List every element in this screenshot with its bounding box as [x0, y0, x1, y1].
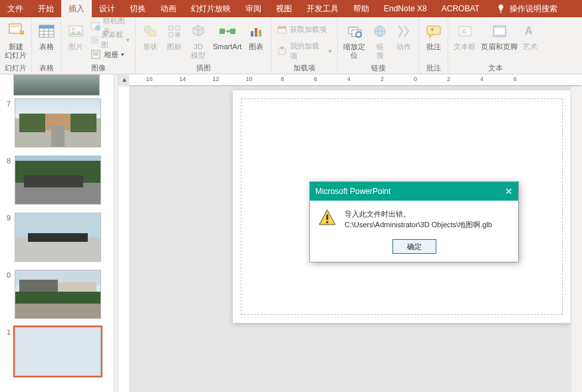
- svg-point-18: [176, 33, 179, 36]
- store-icon: [277, 24, 287, 35]
- tab-devtools[interactable]: 开发工具: [299, 0, 346, 17]
- table-icon: [38, 23, 55, 40]
- thumbnail-9[interactable]: 9: [0, 210, 114, 267]
- slide-thumbnails[interactable]: 7 8 9 0 1: [0, 74, 114, 392]
- table-button[interactable]: 表格: [35, 19, 59, 62]
- svg-text:10: 10: [245, 76, 252, 82]
- svg-rect-3: [39, 25, 54, 29]
- my-addins-button[interactable]: 我的加载项 ▾: [275, 45, 333, 58]
- tab-design[interactable]: 设计: [92, 0, 122, 17]
- svg-rect-51: [327, 215, 329, 220]
- svg-text:A: A: [525, 25, 533, 37]
- group-images: 图片 联机图片 屏幕截图▾ 相册▾ 图像: [61, 17, 136, 74]
- tab-transitions[interactable]: 切换: [122, 0, 153, 17]
- new-slide-button[interactable]: 新建 幻灯片: [2, 19, 29, 62]
- get-addins-button[interactable]: 获取加载项: [275, 23, 333, 36]
- comment-button[interactable]: +批注: [422, 19, 446, 62]
- 3d-models-button[interactable]: 3D 模型: [186, 19, 210, 62]
- thumbnail-10[interactable]: 0: [0, 267, 114, 324]
- wordart-button[interactable]: A艺术: [520, 19, 540, 62]
- online-pic-icon: [90, 21, 100, 31]
- svg-rect-20: [230, 29, 235, 34]
- svg-rect-35: [494, 26, 506, 28]
- svg-text:12: 12: [212, 76, 219, 82]
- thumbnail-11[interactable]: 1: [0, 324, 114, 381]
- zoom-icon: [347, 23, 363, 39]
- svg-rect-52: [327, 221, 329, 223]
- 3d-model-icon: [190, 23, 206, 39]
- group-tables-label: 表格: [39, 62, 54, 74]
- textbox-icon: A: [457, 23, 473, 39]
- screenshot-button[interactable]: 屏幕截图▾: [89, 33, 131, 47]
- thumbnail-8[interactable]: 8: [0, 153, 114, 210]
- group-text-label: 文本: [488, 62, 503, 74]
- new-slide-icon: [7, 22, 25, 41]
- error-dialog: Microsoft PowerPoint ✕ 导入此文件时出错。 C:\User…: [309, 181, 519, 262]
- tab-help[interactable]: 帮助: [346, 0, 376, 17]
- group-tables: 表格 表格: [32, 17, 61, 74]
- svg-text:14: 14: [179, 76, 186, 82]
- header-footer-button[interactable]: 页眉和页脚: [478, 19, 520, 62]
- svg-rect-25: [278, 27, 286, 29]
- thumbnail-7[interactable]: 7: [0, 96, 114, 153]
- ribbon: 新建 幻灯片 幻灯片 表格 表格 图片 联机图片 屏幕截图▾ 相册▾ 图像: [0, 17, 582, 74]
- svg-point-11: [95, 25, 100, 31]
- group-illustrations: 形状 图标 3D 模型 SmartArt 图表 插图: [136, 17, 271, 74]
- svg-text:2: 2: [380, 76, 384, 82]
- thumbnail-partial[interactable]: [13, 74, 100, 96]
- svg-text:0: 0: [414, 76, 417, 82]
- link-button[interactable]: 链 接: [368, 19, 392, 62]
- group-illus-label: 插图: [196, 62, 211, 74]
- group-links: 缩放定 位 链 接 动作 链接: [338, 17, 419, 74]
- tell-me-search[interactable]: 操作说明搜索: [487, 3, 560, 15]
- svg-text:2: 2: [447, 76, 450, 82]
- pictures-button[interactable]: 图片: [64, 19, 88, 62]
- collapse-toggle[interactable]: ▲: [121, 76, 128, 83]
- album-icon: [90, 49, 101, 60]
- tab-slideshow[interactable]: 幻灯片放映: [184, 0, 238, 17]
- svg-text:4: 4: [480, 76, 484, 82]
- group-comments-label: 批注: [426, 62, 441, 74]
- dialog-close-button[interactable]: ✕: [505, 186, 513, 197]
- svg-rect-19: [219, 29, 225, 34]
- vertical-ruler: [118, 86, 129, 392]
- shapes-button[interactable]: 形状: [138, 19, 162, 62]
- svg-rect-36: [494, 35, 506, 37]
- svg-rect-22: [255, 28, 257, 37]
- dialog-titlebar[interactable]: Microsoft PowerPoint ✕: [310, 182, 518, 201]
- chart-icon: [248, 23, 264, 39]
- tab-file[interactable]: 文件: [0, 0, 31, 17]
- link-icon: [372, 23, 388, 39]
- tab-view[interactable]: 视图: [269, 0, 299, 17]
- dialog-ok-button[interactable]: 确定: [392, 239, 436, 254]
- zoom-button[interactable]: 缩放定 位: [341, 19, 368, 62]
- svg-text:A: A: [462, 27, 467, 35]
- textbox-button[interactable]: A文本框: [451, 19, 478, 62]
- action-icon: [396, 23, 412, 39]
- svg-rect-17: [149, 31, 156, 36]
- tab-insert[interactable]: 插入: [61, 0, 92, 17]
- tab-acrobat[interactable]: ACROBAT: [434, 0, 487, 17]
- comment-icon: +: [425, 23, 442, 40]
- header-footer-icon: [492, 23, 508, 39]
- chart-button[interactable]: 图表: [244, 19, 268, 62]
- svg-rect-21: [251, 31, 253, 37]
- group-addins-label: 加载项: [293, 62, 315, 74]
- vertical-scrollbar[interactable]: [571, 86, 582, 392]
- tab-bar: 文件 开始 插入 设计 切换 动画 幻灯片放映 审阅 视图 开发工具 帮助 En…: [0, 0, 582, 17]
- addins-icon: [277, 46, 287, 56]
- action-button[interactable]: 动作: [392, 19, 416, 62]
- svg-text:8: 8: [281, 76, 284, 82]
- tell-me-label: 操作说明搜索: [509, 3, 557, 15]
- smartart-icon: [218, 23, 237, 39]
- icons-button[interactable]: 图标: [162, 19, 186, 62]
- tab-animations[interactable]: 动画: [153, 0, 184, 17]
- bulb-icon: [496, 4, 506, 13]
- group-slides: 新建 幻灯片 幻灯片: [0, 17, 32, 74]
- tab-review[interactable]: 审阅: [238, 0, 269, 17]
- tab-endnote[interactable]: EndNote X8: [376, 0, 434, 17]
- tab-home[interactable]: 开始: [31, 0, 61, 17]
- svg-text:16: 16: [146, 76, 152, 82]
- warning-icon: [318, 209, 337, 227]
- smartart-button[interactable]: SmartArt: [210, 19, 244, 62]
